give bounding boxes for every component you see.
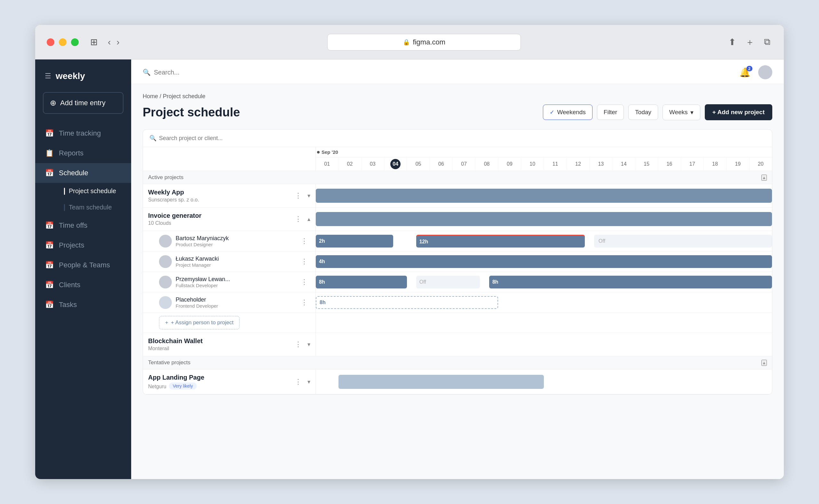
przemyslaw-off: Off [416,276,480,288]
person-row-lukasz: Łukasz Karwacki Project Manager ⋮ 4h [143,251,772,272]
placeholder-avatar [159,296,172,309]
day-13: 13 [590,157,612,171]
days-row: 01 02 03 04 05 06 07 08 09 [316,157,772,171]
sidebar-item-team-schedule[interactable]: Team schedule [58,199,131,216]
invoice-generator-chevron[interactable]: ▴ [307,216,310,223]
blockchain-chevron[interactable]: ▾ [307,341,310,348]
notification-badge: 2 [746,66,752,71]
weekends-button[interactable]: ✓ Weekends [543,105,592,120]
weekly-app-menu-button[interactable]: ⋮ [292,190,304,201]
day-17: 17 [681,157,704,171]
sidebar-nav: 📅 Time tracking 📋 Reports 📅 Schedule Pro… [35,120,131,479]
new-tab-icon[interactable]: ＋ [744,34,756,50]
header-controls: ✓ Weekends Filter Today Weeks ▾ [543,104,772,120]
sidebar-item-tasks[interactable]: 📅 Tasks [35,295,131,315]
placeholder-menu-button[interactable]: ⋮ [298,297,310,308]
day-14: 14 [612,157,635,171]
day-20: 20 [750,157,772,171]
sidebar: ☰ weekly ⊕ Add time entry 📅 Time trackin… [35,59,131,479]
active-bar [64,188,65,195]
sidebar-item-time-offs[interactable]: 📅 Time offs [35,216,131,235]
sidebar-item-schedule[interactable]: 📅 Schedule [35,163,131,183]
schedule-search-input[interactable] [159,135,242,142]
bartosz-menu-button[interactable]: ⋮ [298,236,310,247]
project-left-weekly-app: Weekly App Sunscrapers sp. z o.o. ⋮ ▾ [143,184,316,207]
project-left-invoice-generator: Invoice generator 10 Clouds ⋮ ▴ [143,208,316,231]
tentative-projects-header: Tentative projects ▲ [143,356,772,369]
weekly-app-chevron[interactable]: ▾ [307,192,310,199]
filter-button[interactable]: Filter [597,105,624,120]
day-09: 09 [499,157,521,171]
tabs-icon[interactable]: ⧉ [762,34,772,50]
user-avatar[interactable] [758,65,772,79]
sidebar-item-projects[interactable]: 📅 Projects [35,235,131,255]
bartosz-bar-area: 2h 12h Off [316,231,772,251]
nav-arrows: ‹ › [106,35,122,49]
day-18: 18 [704,157,727,171]
person-left-placeholder: Placeholder Frontend Developer ⋮ [143,292,316,312]
add-new-project-button[interactable]: + Add new project [705,104,772,120]
app-landing-chevron[interactable]: ▾ [307,378,310,385]
przemyslaw-bar-8h-2: 8h [489,276,772,288]
schedule-area: 🔍 Sep '20 [143,129,772,395]
bartosz-bar-12h: 12h [416,235,585,248]
day-07: 07 [453,157,476,171]
sidebar-item-time-tracking[interactable]: 📅 Time tracking [35,123,131,143]
weeks-dropdown[interactable]: Weeks ▾ [663,105,700,120]
month-label: Sep '20 [321,149,338,155]
browser-actions: ⬆ ＋ ⧉ [727,34,772,50]
address-bar[interactable]: 🔒 figma.com [327,34,521,51]
app-landing-menu-button[interactable]: ⋮ [292,376,304,387]
add-time-entry-button[interactable]: ⊕ Add time entry [43,92,123,114]
app-landing-bar-area [316,369,772,394]
sidebar-item-people-teams[interactable]: 📅 People & Teams [35,255,131,275]
person-left-bartosz: Bartosz Maryniaczyk Product Designer ⋮ [143,231,316,251]
day-10: 10 [521,157,544,171]
projects-icon: 📅 [45,241,54,249]
maximize-button[interactable] [71,38,79,46]
lock-icon: 🔒 [403,39,410,46]
search-icon: 🔍 [143,68,151,76]
close-button[interactable] [47,38,54,46]
search-input[interactable] [154,69,250,76]
lukasz-avatar [159,255,172,268]
forward-button[interactable]: › [114,35,121,49]
sidebar-item-project-schedule[interactable]: Project schedule [58,183,131,199]
calendar-header: Sep '20 01 02 03 04 05 [143,147,772,171]
sidebar-item-clients[interactable]: 📅 Clients [35,275,131,295]
sidebar-item-reports[interactable]: 📋 Reports [35,143,131,163]
lukasz-bar-4h: 4h [316,255,772,268]
search-icon: 🔍 [149,135,156,142]
schedule-icon: 📅 [45,169,54,177]
hamburger-icon[interactable]: ☰ [45,72,51,80]
blockchain-menu-button[interactable]: ⋮ [292,339,304,350]
project-row-weekly-app: Weekly App Sunscrapers sp. z o.o. ⋮ ▾ [143,184,772,208]
minimize-button[interactable] [59,38,67,46]
weekly-app-gantt-bar [316,189,772,203]
person-left-lukasz: Łukasz Karwacki Project Manager ⋮ [143,251,316,272]
global-search[interactable]: 🔍 [143,68,250,76]
collapse-active-projects[interactable]: ▲ [761,175,767,181]
back-button[interactable]: ‹ [106,35,113,49]
przemyslaw-menu-button[interactable]: ⋮ [298,277,310,287]
day-11: 11 [544,157,567,171]
chevron-down-icon: ▾ [690,109,694,116]
schedule-search[interactable]: 🔍 [149,135,242,142]
browser-chrome: ⊞ ‹ › 🔒 figma.com ⬆ ＋ ⧉ [35,25,784,59]
lukasz-bar-area: 4h [316,251,772,272]
notification-button[interactable]: 🔔 2 [739,67,751,78]
przemyslaw-bar-8h-1: 8h [316,276,407,288]
assign-person-button[interactable]: + + Assign person to project [159,316,240,329]
today-button[interactable]: Today [628,105,658,120]
share-icon[interactable]: ⬆ [727,34,738,50]
calendar-icon: 📅 [45,129,54,138]
lukasz-menu-button[interactable]: ⋮ [298,256,310,267]
project-info-blockchain: Blockchain Wallet Monterail [148,337,289,351]
day-04-today: 04 [384,157,407,171]
sidebar-toggle-icon[interactable]: ⊞ [88,35,99,49]
collapse-tentative-projects[interactable]: ▲ [761,360,767,366]
project-info-weekly-app: Weekly App Sunscrapers sp. z o.o. [148,189,289,203]
project-row-app-landing: App Landing Page Netguru Very likely ⋮ ▾ [143,369,772,394]
invoice-generator-menu-button[interactable]: ⋮ [292,214,304,224]
main-content: 🔍 🔔 2 Home / Project schedule [131,59,784,479]
